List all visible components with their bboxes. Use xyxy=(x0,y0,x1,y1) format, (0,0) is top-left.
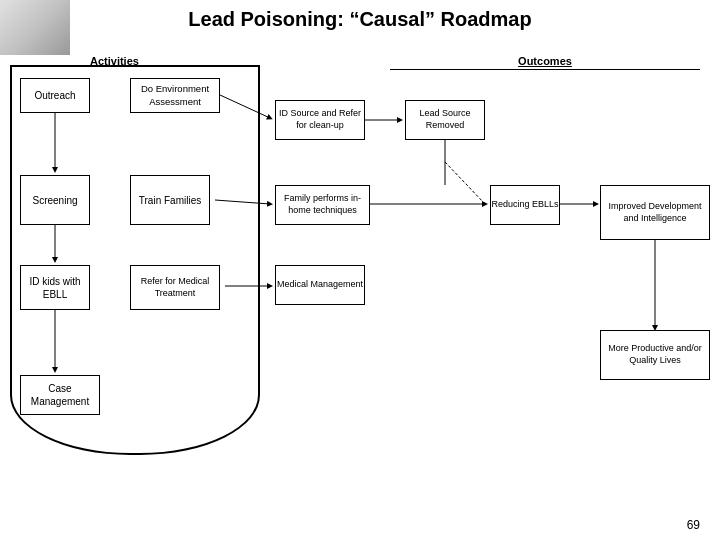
do-environment-box: Do Environment Assessment xyxy=(130,78,220,113)
page-number: 69 xyxy=(687,518,700,532)
improved-box: Improved Development and Intelligence xyxy=(600,185,710,240)
reducing-eblls-box: Reducing EBLLs xyxy=(490,185,560,225)
outreach-box: Outreach xyxy=(20,78,90,113)
refer-box: Refer for Medical Treatment xyxy=(130,265,220,310)
medical-management-box: Medical Management xyxy=(275,265,365,305)
page-title: Lead Poisoning: “Causal” Roadmap xyxy=(188,8,531,30)
page: Lead Poisoning: “Causal” Roadmap Activit… xyxy=(0,0,720,540)
id-source-box: ID Source and Refer for clean-up xyxy=(275,100,365,140)
svg-line-11 xyxy=(445,162,485,204)
more-productive-box: More Productive and/or Quality Lives xyxy=(600,330,710,380)
outcomes-label: Outcomes xyxy=(390,55,700,70)
case-management-box: Case Management xyxy=(20,375,100,415)
lead-source-box: Lead Source Removed xyxy=(405,100,485,140)
header: Lead Poisoning: “Causal” Roadmap xyxy=(0,8,720,31)
screening-box: Screening xyxy=(20,175,90,225)
id-kids-box: ID kids with EBLL xyxy=(20,265,90,310)
train-families-box: Train Families xyxy=(130,175,210,225)
family-performs-box: Family performs in-home techniques xyxy=(275,185,370,225)
